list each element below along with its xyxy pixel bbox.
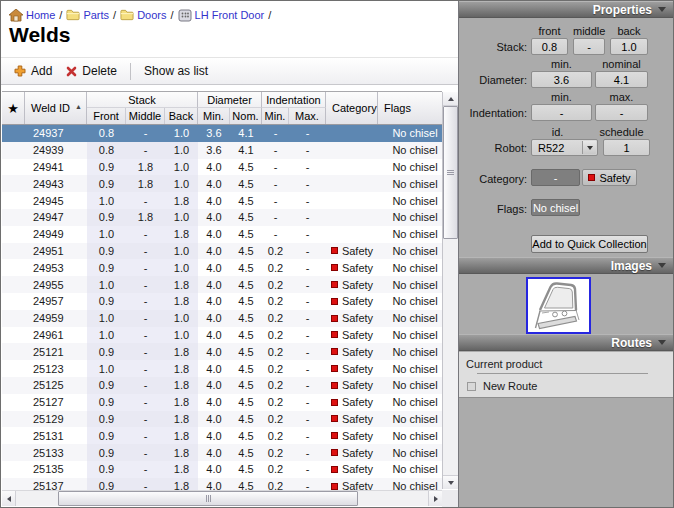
diameter-nominal-field[interactable]: 4.1 bbox=[595, 71, 648, 88]
route-checkbox[interactable] bbox=[467, 382, 476, 391]
middle-column-header[interactable]: Middle bbox=[126, 108, 165, 124]
stack-back-field[interactable]: 1.0 bbox=[610, 38, 648, 55]
horizontal-scroll-thumb[interactable] bbox=[58, 491, 358, 506]
table-row[interactable]: 249390.8-1.03.64.1--No chisel bbox=[2, 142, 442, 159]
value-cell: - bbox=[289, 195, 326, 207]
value-cell: - bbox=[126, 276, 165, 293]
horizontal-scrollbar[interactable] bbox=[2, 490, 442, 506]
category-safety-button[interactable]: Safety bbox=[582, 169, 637, 186]
scroll-down-button[interactable] bbox=[443, 475, 458, 489]
robot-schedule-field[interactable]: 1 bbox=[603, 139, 650, 156]
table-header: ★ Weld ID▲ Stack Diameter Indentation Fr… bbox=[2, 91, 442, 125]
value-cell: 4.1 bbox=[230, 127, 262, 139]
stack-front-field[interactable]: 0.8 bbox=[531, 38, 568, 55]
diameter-min-label: min. bbox=[531, 58, 592, 70]
show-as-list-button[interactable]: Show as list bbox=[137, 61, 215, 81]
grip-icon bbox=[206, 495, 211, 502]
weld-id-cell: 24945 bbox=[25, 195, 87, 207]
indentation-max-field[interactable]: - bbox=[595, 104, 648, 121]
stack-middle-field[interactable]: - bbox=[573, 38, 605, 55]
value-cell: - bbox=[126, 394, 165, 411]
flags-value-button[interactable]: No chisel bbox=[531, 199, 580, 216]
value-cell: No chisel bbox=[378, 480, 442, 490]
diameter-min-column-header[interactable]: Min. bbox=[198, 108, 230, 124]
breadcrumb-item-lh-front-door[interactable]: LH Front Door bbox=[178, 9, 265, 22]
table-row[interactable]: 249510.9-1.04.04.50.2-SafetyNo chisel bbox=[2, 243, 442, 260]
breadcrumb-item-doors[interactable]: Doors bbox=[120, 9, 166, 22]
table-row[interactable]: 249570.9-1.84.04.50.2-SafetyNo chisel bbox=[2, 293, 442, 310]
flags-column-header[interactable]: Flags bbox=[378, 92, 442, 124]
table-row[interactable]: 251330.9-1.84.04.50.2-SafetyNo chisel bbox=[2, 444, 442, 461]
weld-id-cell: 24949 bbox=[25, 228, 87, 240]
robot-id-combo[interactable]: R522 bbox=[531, 139, 598, 156]
scroll-left-button[interactable] bbox=[2, 491, 16, 506]
value-cell: 1.8 bbox=[165, 478, 198, 490]
table-row[interactable]: 249551.0-1.84.04.50.2-SafetyNo chisel bbox=[2, 276, 442, 293]
table-row[interactable]: 249410.91.81.04.04.5--No chisel bbox=[2, 159, 442, 176]
scroll-right-button[interactable] bbox=[428, 491, 442, 506]
table-row[interactable]: 251210.9-1.84.04.50.2-SafetyNo chisel bbox=[2, 343, 442, 360]
table-row[interactable]: 249591.0-1.04.04.50.2-SafetyNo chisel bbox=[2, 310, 442, 327]
category-column-header[interactable]: Category bbox=[326, 92, 378, 124]
diameter-group-header[interactable]: Diameter bbox=[198, 92, 262, 108]
table-row[interactable]: 251370.9-1.84.04.50.2-SafetyNo chisel bbox=[2, 478, 442, 490]
delete-button[interactable]: Delete bbox=[59, 61, 124, 81]
images-section-header[interactable]: Images bbox=[459, 257, 673, 274]
breadcrumb-item-parts[interactable]: Parts bbox=[66, 9, 109, 22]
star-column-header[interactable]: ★ bbox=[2, 92, 25, 124]
table-row[interactable]: 249451.0-1.84.04.5--No chisel bbox=[2, 192, 442, 209]
table-row[interactable]: 249611.0-1.04.04.50.2-SafetyNo chisel bbox=[2, 327, 442, 344]
table-row[interactable]: 249470.91.81.04.04.5--No chisel bbox=[2, 209, 442, 226]
breadcrumb-item-home[interactable]: Home bbox=[9, 9, 55, 22]
indentation-max-column-header[interactable]: Max. bbox=[289, 108, 326, 124]
value-cell: 4.1 bbox=[230, 144, 262, 156]
value-cell: - bbox=[289, 262, 326, 274]
welds-table: ★ Weld ID▲ Stack Diameter Indentation Fr… bbox=[2, 91, 458, 490]
add-to-quick-collection-button[interactable]: Add to Quick Collection bbox=[531, 235, 648, 253]
value-cell: 4.5 bbox=[230, 396, 262, 408]
table-row[interactable]: 251250.9-1.84.04.50.2-SafetyNo chisel bbox=[2, 377, 442, 394]
table-row[interactable]: 249491.0-1.84.04.5--No chisel bbox=[2, 226, 442, 243]
indentation-group-header[interactable]: Indentation bbox=[262, 92, 326, 108]
route-item[interactable]: New Route bbox=[467, 380, 537, 392]
image-thumbnail[interactable] bbox=[526, 277, 591, 334]
front-column-header[interactable]: Front bbox=[87, 108, 126, 124]
back-column-header[interactable]: Back bbox=[165, 108, 198, 124]
value-cell: - bbox=[126, 142, 165, 159]
value-cell: 4.5 bbox=[230, 447, 262, 459]
stack-group-header[interactable]: Stack bbox=[87, 92, 198, 108]
routes-section-header[interactable]: Routes bbox=[459, 334, 673, 351]
category-none-button[interactable]: - bbox=[531, 169, 580, 186]
table-row[interactable]: 249430.91.81.04.04.5--No chisel bbox=[2, 175, 442, 192]
indentation-min-column-header[interactable]: Min. bbox=[262, 108, 289, 124]
table-row[interactable]: 249370.8-1.03.64.1--No chisel bbox=[2, 125, 442, 142]
table-row[interactable]: 251290.9-1.84.04.50.2-SafetyNo chisel bbox=[2, 411, 442, 428]
indentation-min-field[interactable]: - bbox=[531, 104, 592, 121]
vertical-scroll-thumb[interactable] bbox=[443, 106, 458, 239]
table-row[interactable]: 249530.9-1.04.04.50.2-SafetyNo chisel bbox=[2, 259, 442, 276]
weld-id-column-header[interactable]: Weld ID▲ bbox=[25, 92, 87, 124]
add-button[interactable]: Add bbox=[7, 61, 59, 81]
breadcrumb-label: LH Front Door bbox=[195, 9, 265, 21]
diameter-nom-column-header[interactable]: Nom. bbox=[230, 108, 262, 124]
combo-dropdown-button[interactable] bbox=[582, 141, 596, 154]
routes-group-label: Current product bbox=[466, 358, 542, 370]
table-row[interactable]: 251350.9-1.84.04.50.2-SafetyNo chisel bbox=[2, 461, 442, 478]
diameter-min-field[interactable]: 3.6 bbox=[531, 71, 592, 88]
table-row[interactable]: 251310.9-1.84.04.50.2-SafetyNo chisel bbox=[2, 427, 442, 444]
vertical-scrollbar[interactable] bbox=[442, 92, 458, 489]
category-cell: Safety bbox=[326, 329, 378, 341]
breadcrumb: Home/Parts/Doors/LH Front Door/ bbox=[9, 7, 275, 23]
table-row[interactable]: 251270.9-1.84.04.50.2-SafetyNo chisel bbox=[2, 394, 442, 411]
scroll-up-button[interactable] bbox=[443, 92, 458, 106]
table-row[interactable]: 251231.0-1.84.04.50.2-SafetyNo chisel bbox=[2, 360, 442, 377]
value-cell: - bbox=[262, 144, 289, 156]
value-cell: - bbox=[126, 243, 165, 260]
value-cell: 0.2 bbox=[262, 329, 289, 341]
value-cell: No chisel bbox=[378, 430, 442, 442]
value-cell: 4.0 bbox=[198, 463, 230, 475]
value-cell: 0.9 bbox=[87, 444, 126, 461]
value-cell: 4.5 bbox=[230, 262, 262, 274]
value-cell: 0.9 bbox=[87, 259, 126, 276]
properties-section-header[interactable]: Properties bbox=[459, 1, 673, 18]
